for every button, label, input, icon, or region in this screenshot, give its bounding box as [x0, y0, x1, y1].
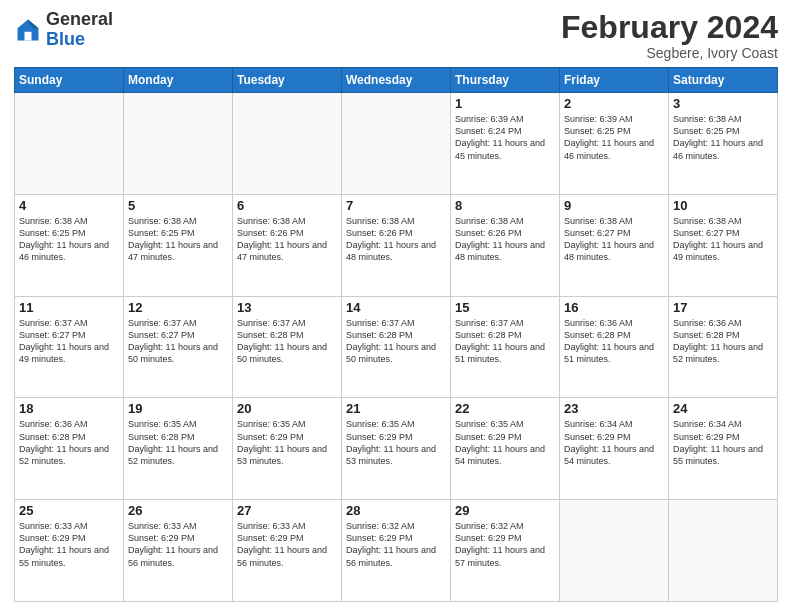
day-number: 29 [455, 503, 555, 518]
day-info: Sunrise: 6:38 AM Sunset: 6:27 PM Dayligh… [673, 215, 773, 264]
calendar-cell: 12Sunrise: 6:37 AM Sunset: 6:27 PM Dayli… [124, 296, 233, 398]
calendar-cell: 15Sunrise: 6:37 AM Sunset: 6:28 PM Dayli… [451, 296, 560, 398]
calendar-cell: 8Sunrise: 6:38 AM Sunset: 6:26 PM Daylig… [451, 194, 560, 296]
calendar-cell: 13Sunrise: 6:37 AM Sunset: 6:28 PM Dayli… [233, 296, 342, 398]
day-number: 9 [564, 198, 664, 213]
day-number: 14 [346, 300, 446, 315]
calendar-cell: 6Sunrise: 6:38 AM Sunset: 6:26 PM Daylig… [233, 194, 342, 296]
day-info: Sunrise: 6:37 AM Sunset: 6:28 PM Dayligh… [237, 317, 337, 366]
calendar-cell [669, 500, 778, 602]
calendar-week-row: 18Sunrise: 6:36 AM Sunset: 6:28 PM Dayli… [15, 398, 778, 500]
day-info: Sunrise: 6:38 AM Sunset: 6:26 PM Dayligh… [237, 215, 337, 264]
day-number: 7 [346, 198, 446, 213]
day-info: Sunrise: 6:37 AM Sunset: 6:28 PM Dayligh… [346, 317, 446, 366]
day-info: Sunrise: 6:38 AM Sunset: 6:25 PM Dayligh… [19, 215, 119, 264]
calendar-cell: 5Sunrise: 6:38 AM Sunset: 6:25 PM Daylig… [124, 194, 233, 296]
calendar-day-header: Saturday [669, 68, 778, 93]
calendar-cell: 16Sunrise: 6:36 AM Sunset: 6:28 PM Dayli… [560, 296, 669, 398]
day-number: 1 [455, 96, 555, 111]
day-number: 12 [128, 300, 228, 315]
day-info: Sunrise: 6:38 AM Sunset: 6:26 PM Dayligh… [455, 215, 555, 264]
day-info: Sunrise: 6:33 AM Sunset: 6:29 PM Dayligh… [19, 520, 119, 569]
day-info: Sunrise: 6:36 AM Sunset: 6:28 PM Dayligh… [673, 317, 773, 366]
calendar-cell: 19Sunrise: 6:35 AM Sunset: 6:28 PM Dayli… [124, 398, 233, 500]
day-number: 23 [564, 401, 664, 416]
calendar-cell: 2Sunrise: 6:39 AM Sunset: 6:25 PM Daylig… [560, 93, 669, 195]
day-number: 21 [346, 401, 446, 416]
calendar-cell: 4Sunrise: 6:38 AM Sunset: 6:25 PM Daylig… [15, 194, 124, 296]
logo-text: General Blue [46, 10, 113, 50]
calendar-cell: 3Sunrise: 6:38 AM Sunset: 6:25 PM Daylig… [669, 93, 778, 195]
calendar-day-header: Friday [560, 68, 669, 93]
svg-rect-2 [25, 32, 32, 41]
header: General Blue February 2024 Segbere, Ivor… [14, 10, 778, 61]
day-info: Sunrise: 6:39 AM Sunset: 6:25 PM Dayligh… [564, 113, 664, 162]
day-number: 15 [455, 300, 555, 315]
day-number: 16 [564, 300, 664, 315]
day-info: Sunrise: 6:36 AM Sunset: 6:28 PM Dayligh… [19, 418, 119, 467]
day-number: 4 [19, 198, 119, 213]
day-number: 3 [673, 96, 773, 111]
day-number: 6 [237, 198, 337, 213]
page: General Blue February 2024 Segbere, Ivor… [0, 0, 792, 612]
day-info: Sunrise: 6:32 AM Sunset: 6:29 PM Dayligh… [346, 520, 446, 569]
calendar-cell: 27Sunrise: 6:33 AM Sunset: 6:29 PM Dayli… [233, 500, 342, 602]
day-number: 18 [19, 401, 119, 416]
day-number: 17 [673, 300, 773, 315]
logo-icon [14, 16, 42, 44]
day-info: Sunrise: 6:38 AM Sunset: 6:27 PM Dayligh… [564, 215, 664, 264]
calendar-header-row: SundayMondayTuesdayWednesdayThursdayFrid… [15, 68, 778, 93]
day-number: 25 [19, 503, 119, 518]
calendar-cell [233, 93, 342, 195]
day-number: 19 [128, 401, 228, 416]
calendar-week-row: 1Sunrise: 6:39 AM Sunset: 6:24 PM Daylig… [15, 93, 778, 195]
day-info: Sunrise: 6:35 AM Sunset: 6:28 PM Dayligh… [128, 418, 228, 467]
day-info: Sunrise: 6:32 AM Sunset: 6:29 PM Dayligh… [455, 520, 555, 569]
day-number: 13 [237, 300, 337, 315]
calendar-cell: 9Sunrise: 6:38 AM Sunset: 6:27 PM Daylig… [560, 194, 669, 296]
day-info: Sunrise: 6:33 AM Sunset: 6:29 PM Dayligh… [128, 520, 228, 569]
day-info: Sunrise: 6:34 AM Sunset: 6:29 PM Dayligh… [564, 418, 664, 467]
title-area: February 2024 Segbere, Ivory Coast [561, 10, 778, 61]
calendar-cell: 23Sunrise: 6:34 AM Sunset: 6:29 PM Dayli… [560, 398, 669, 500]
calendar-cell: 25Sunrise: 6:33 AM Sunset: 6:29 PM Dayli… [15, 500, 124, 602]
day-number: 27 [237, 503, 337, 518]
day-info: Sunrise: 6:33 AM Sunset: 6:29 PM Dayligh… [237, 520, 337, 569]
calendar-day-header: Sunday [15, 68, 124, 93]
calendar-cell: 14Sunrise: 6:37 AM Sunset: 6:28 PM Dayli… [342, 296, 451, 398]
day-number: 5 [128, 198, 228, 213]
calendar-cell: 21Sunrise: 6:35 AM Sunset: 6:29 PM Dayli… [342, 398, 451, 500]
day-info: Sunrise: 6:38 AM Sunset: 6:26 PM Dayligh… [346, 215, 446, 264]
calendar-cell: 7Sunrise: 6:38 AM Sunset: 6:26 PM Daylig… [342, 194, 451, 296]
logo-general-text: General [46, 10, 113, 30]
day-info: Sunrise: 6:37 AM Sunset: 6:28 PM Dayligh… [455, 317, 555, 366]
calendar-day-header: Wednesday [342, 68, 451, 93]
calendar-cell: 22Sunrise: 6:35 AM Sunset: 6:29 PM Dayli… [451, 398, 560, 500]
day-info: Sunrise: 6:35 AM Sunset: 6:29 PM Dayligh… [346, 418, 446, 467]
calendar-cell: 28Sunrise: 6:32 AM Sunset: 6:29 PM Dayli… [342, 500, 451, 602]
day-number: 8 [455, 198, 555, 213]
calendar-cell [124, 93, 233, 195]
day-info: Sunrise: 6:35 AM Sunset: 6:29 PM Dayligh… [455, 418, 555, 467]
calendar-day-header: Thursday [451, 68, 560, 93]
calendar-cell: 24Sunrise: 6:34 AM Sunset: 6:29 PM Dayli… [669, 398, 778, 500]
day-info: Sunrise: 6:38 AM Sunset: 6:25 PM Dayligh… [673, 113, 773, 162]
day-number: 24 [673, 401, 773, 416]
logo-blue-text: Blue [46, 30, 113, 50]
calendar-cell: 17Sunrise: 6:36 AM Sunset: 6:28 PM Dayli… [669, 296, 778, 398]
calendar-table: SundayMondayTuesdayWednesdayThursdayFrid… [14, 67, 778, 602]
calendar-day-header: Monday [124, 68, 233, 93]
calendar-week-row: 11Sunrise: 6:37 AM Sunset: 6:27 PM Dayli… [15, 296, 778, 398]
calendar-week-row: 25Sunrise: 6:33 AM Sunset: 6:29 PM Dayli… [15, 500, 778, 602]
day-info: Sunrise: 6:38 AM Sunset: 6:25 PM Dayligh… [128, 215, 228, 264]
calendar-cell [342, 93, 451, 195]
day-number: 20 [237, 401, 337, 416]
calendar-cell: 11Sunrise: 6:37 AM Sunset: 6:27 PM Dayli… [15, 296, 124, 398]
calendar-cell: 20Sunrise: 6:35 AM Sunset: 6:29 PM Dayli… [233, 398, 342, 500]
day-info: Sunrise: 6:36 AM Sunset: 6:28 PM Dayligh… [564, 317, 664, 366]
location-subtitle: Segbere, Ivory Coast [561, 45, 778, 61]
calendar-cell [560, 500, 669, 602]
day-number: 22 [455, 401, 555, 416]
calendar-cell: 29Sunrise: 6:32 AM Sunset: 6:29 PM Dayli… [451, 500, 560, 602]
logo: General Blue [14, 10, 113, 50]
